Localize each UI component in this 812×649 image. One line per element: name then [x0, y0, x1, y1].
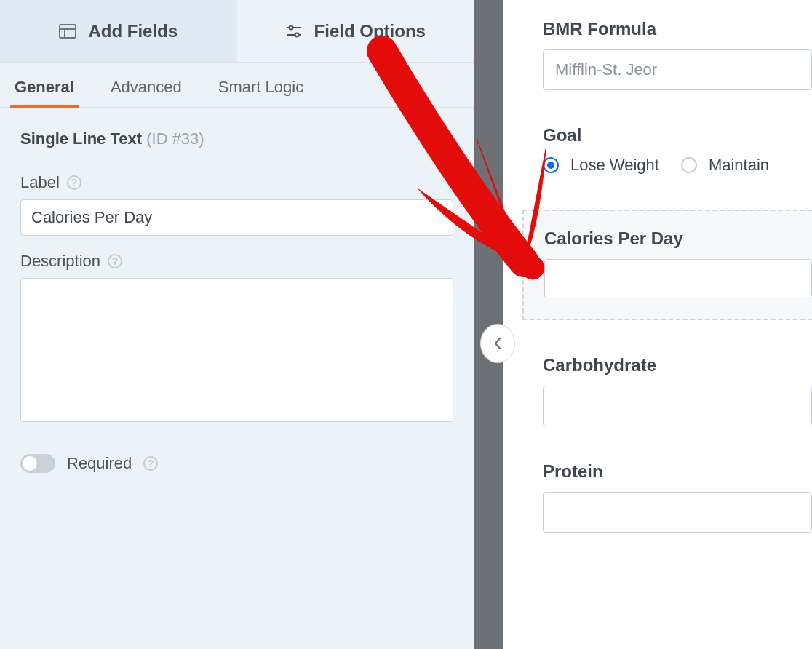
radio-lose-weight-label: Lose Weight [570, 156, 659, 175]
sub-tab-bar: General Advanced Smart Logic [0, 63, 474, 108]
preview-bmr-select[interactable] [543, 49, 812, 90]
collapse-panel-button[interactable] [480, 324, 515, 363]
field-settings: Label ? Description ? Required ? [0, 157, 474, 473]
field-id-label: (ID #33) [146, 130, 204, 148]
preview-calories-input[interactable] [544, 259, 812, 298]
preview-goal-options: Lose Weight Maintain [543, 156, 812, 175]
panel-tab-bar: Add Fields Field Options [0, 0, 474, 63]
setting-label: Label ? [20, 173, 453, 236]
preview-field-bmr[interactable]: BMR Formula [543, 19, 812, 90]
setting-description: Description ? [20, 252, 453, 425]
preview-calories-label: Calories Per Day [544, 228, 812, 249]
description-input[interactable] [20, 278, 453, 422]
label-input[interactable] [20, 199, 453, 236]
chevron-left-icon [493, 337, 502, 350]
panel-gutter [474, 0, 503, 649]
preview-field-carbohydrate[interactable]: Carbohydrate [543, 355, 812, 426]
radio-dot-icon [681, 157, 697, 173]
field-type-label: Single Line Text [20, 130, 142, 148]
app-root: Add Fields Field Options General Advance… [0, 0, 812, 649]
help-icon[interactable]: ? [143, 456, 158, 471]
help-icon[interactable]: ? [67, 175, 81, 190]
radio-maintain-label: Maintain [709, 156, 769, 175]
sidebar-panel: Add Fields Field Options General Advance… [0, 0, 474, 649]
preview-goal-label: Goal [543, 125, 812, 146]
subtab-smart-logic[interactable]: Smart Logic [214, 66, 308, 107]
preview-field-goal[interactable]: Goal Lose Weight Maintain [543, 125, 812, 175]
tab-add-fields[interactable]: Add Fields [0, 0, 237, 62]
preview-bmr-label: BMR Formula [543, 19, 812, 39]
required-toggle-label: Required [67, 454, 132, 473]
add-fields-icon [59, 24, 76, 39]
preview-field-calories-selected[interactable]: Calories Per Day [522, 210, 812, 320]
field-options-icon [285, 24, 303, 39]
subtab-general[interactable]: General [10, 66, 79, 107]
svg-point-4 [289, 25, 292, 29]
radio-dot-icon [543, 157, 559, 173]
required-toggle[interactable] [20, 454, 55, 473]
form-preview: BMR Formula Goal Lose Weight Maintain Ca… [503, 0, 812, 649]
setting-required: Required ? [20, 454, 453, 473]
help-icon[interactable]: ? [108, 254, 122, 268]
preview-carb-input[interactable] [543, 386, 812, 426]
preview-field-protein[interactable]: Protein [543, 461, 812, 533]
field-heading: Single Line Text (ID #33) [0, 108, 474, 157]
subtab-advanced[interactable]: Advanced [106, 66, 186, 107]
preview-protein-label: Protein [543, 461, 812, 482]
svg-rect-0 [60, 25, 76, 38]
svg-point-6 [295, 33, 298, 36]
setting-description-title: Description [20, 252, 100, 271]
tab-add-fields-label: Add Fields [88, 21, 178, 41]
radio-lose-weight[interactable]: Lose Weight [543, 156, 659, 175]
setting-label-title: Label [20, 173, 60, 192]
radio-maintain[interactable]: Maintain [681, 156, 769, 175]
preview-protein-input[interactable] [543, 492, 812, 533]
preview-carb-label: Carbohydrate [543, 355, 812, 375]
tab-field-options[interactable]: Field Options [237, 0, 474, 62]
tab-field-options-label: Field Options [314, 21, 426, 41]
